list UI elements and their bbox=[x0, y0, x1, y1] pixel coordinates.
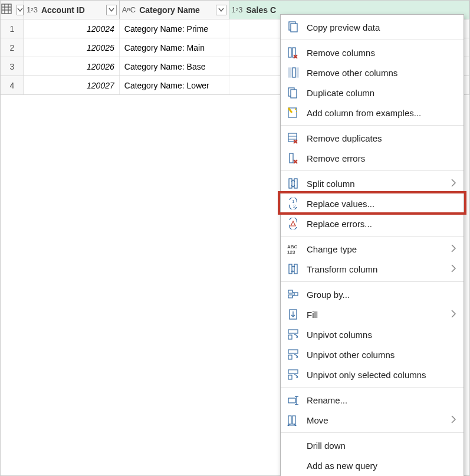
replace-values-icon bbox=[287, 197, 300, 210]
table-menu-dropdown[interactable] bbox=[17, 5, 24, 15]
column-header-category-name[interactable]: ABC Category Name bbox=[120, 1, 229, 19]
cell-account-id[interactable]: 120027 bbox=[24, 76, 120, 94]
cell-category-name[interactable]: Category Name: Base bbox=[120, 57, 229, 75]
table-select-corner[interactable] bbox=[1, 1, 24, 19]
remove-duplicates-icon bbox=[287, 132, 300, 145]
group-by-icon bbox=[287, 288, 300, 301]
remove-other-columns-icon bbox=[287, 66, 300, 79]
column-filter-dropdown[interactable] bbox=[106, 5, 117, 15]
add-from-examples-icon bbox=[287, 106, 300, 119]
menu-copy-preview[interactable]: Copy preview data bbox=[281, 17, 464, 37]
menu-duplicate-column[interactable]: Duplicate column bbox=[281, 83, 464, 103]
replace-errors-icon bbox=[287, 217, 300, 230]
text-type-icon: ABC bbox=[122, 6, 136, 14]
remove-columns-icon bbox=[287, 46, 300, 59]
menu-replace-values[interactable]: Replace values... bbox=[281, 193, 464, 214]
row-number[interactable]: 4 bbox=[1, 76, 24, 94]
submenu-arrow-icon bbox=[451, 179, 456, 189]
cell-account-id[interactable]: 120026 bbox=[24, 57, 120, 75]
menu-separator bbox=[281, 432, 464, 433]
cell-category-name[interactable]: Category Name: Prime bbox=[120, 19, 229, 38]
menu-fill[interactable]: Fill bbox=[281, 304, 464, 324]
menu-remove-errors[interactable]: Remove errors bbox=[281, 148, 464, 168]
number-type-icon: 123 bbox=[27, 6, 38, 14]
menu-replace-errors[interactable]: Replace errors... bbox=[281, 214, 464, 234]
unpivot-icon bbox=[287, 328, 300, 341]
menu-transform-column[interactable]: Transform column bbox=[281, 259, 464, 279]
cell-category-name[interactable]: Category Name: Lower bbox=[120, 76, 229, 94]
column-context-menu: Copy preview data Remove columns Remove … bbox=[280, 14, 464, 476]
remove-errors-icon bbox=[287, 152, 300, 165]
rename-icon bbox=[287, 393, 300, 406]
menu-separator bbox=[281, 125, 464, 126]
column-label: Account ID bbox=[41, 5, 103, 15]
menu-split-column[interactable]: Split column bbox=[281, 173, 464, 193]
unpivot-other-icon bbox=[287, 348, 300, 361]
table-icon bbox=[1, 4, 12, 16]
menu-move[interactable]: Move bbox=[281, 410, 464, 430]
submenu-arrow-icon bbox=[451, 264, 456, 274]
menu-separator bbox=[281, 170, 464, 171]
copy-icon bbox=[287, 21, 300, 34]
column-label: Category Name bbox=[139, 5, 212, 15]
menu-unpivot-columns[interactable]: Unpivot columns bbox=[281, 324, 464, 344]
menu-group-by[interactable]: Group by... bbox=[281, 284, 464, 304]
fill-icon bbox=[287, 308, 300, 321]
submenu-arrow-icon bbox=[451, 310, 456, 320]
change-type-icon bbox=[287, 242, 300, 255]
menu-unpivot-other-columns[interactable]: Unpivot other columns bbox=[281, 344, 464, 365]
menu-drill-down[interactable]: Drill down bbox=[281, 435, 464, 455]
cell-category-name[interactable]: Category Name: Main bbox=[120, 38, 229, 57]
row-number[interactable]: 3 bbox=[1, 57, 24, 75]
column-filter-dropdown[interactable] bbox=[216, 5, 226, 15]
menu-add-as-new-query[interactable]: Add as new query bbox=[281, 455, 464, 475]
submenu-arrow-icon bbox=[451, 415, 456, 425]
column-header-account-id[interactable]: 123 Account ID bbox=[24, 1, 120, 19]
duplicate-icon bbox=[287, 86, 300, 99]
menu-separator bbox=[281, 236, 464, 237]
menu-remove-other-columns[interactable]: Remove other columns bbox=[281, 63, 464, 83]
number-type-icon: 123 bbox=[232, 6, 243, 14]
row-number[interactable]: 1 bbox=[1, 19, 24, 38]
cell-account-id[interactable]: 120024 bbox=[24, 19, 120, 38]
split-column-icon bbox=[287, 177, 300, 190]
menu-unpivot-selected-columns[interactable]: Unpivot only selected columns bbox=[281, 365, 464, 385]
menu-remove-duplicates[interactable]: Remove duplicates bbox=[281, 128, 464, 148]
transform-column-icon bbox=[287, 262, 300, 275]
menu-separator bbox=[281, 281, 464, 282]
menu-separator bbox=[281, 40, 464, 40]
row-number[interactable]: 2 bbox=[1, 38, 24, 57]
column-label: Sales C bbox=[246, 5, 466, 15]
menu-add-column-from-examples[interactable]: Add column from examples... bbox=[281, 103, 464, 123]
menu-remove-columns[interactable]: Remove columns bbox=[281, 42, 464, 63]
move-icon bbox=[287, 413, 300, 426]
menu-separator bbox=[281, 387, 464, 388]
menu-rename[interactable]: Rename... bbox=[281, 390, 464, 410]
cell-account-id[interactable]: 120025 bbox=[24, 38, 120, 57]
submenu-arrow-icon bbox=[451, 244, 456, 254]
unpivot-selected-icon bbox=[287, 368, 300, 381]
menu-change-type[interactable]: Change type bbox=[281, 239, 464, 259]
